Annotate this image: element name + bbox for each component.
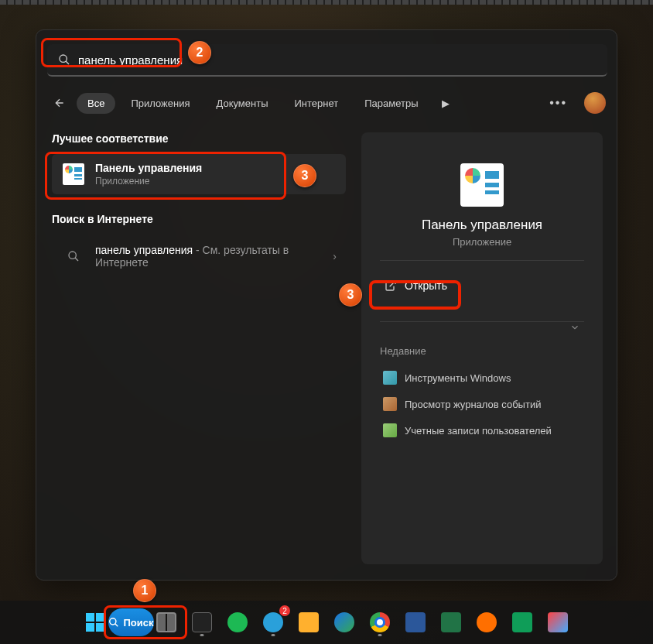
control-panel-icon [61, 162, 86, 187]
tab-settings[interactable]: Параметры [354, 93, 429, 114]
svg-line-1 [66, 61, 69, 64]
detail-title: Панель управления [380, 218, 584, 233]
search-icon [61, 244, 86, 269]
svg-line-6 [115, 624, 118, 627]
web-result-text: панель управления - См. результаты в Инт… [95, 244, 323, 269]
annotation-badge-3a: 3 [293, 164, 316, 187]
tab-apps[interactable]: Приложения [120, 93, 200, 114]
annotation-badge-3b: 3 [339, 283, 362, 307]
svg-point-0 [60, 55, 67, 62]
web-search-result[interactable]: панель управления - См. результаты в Инт… [52, 235, 346, 278]
windows-search-panel: Все Приложения Документы Интернет Параме… [36, 29, 617, 581]
annotation-badge-1: 1 [133, 579, 156, 602]
open-label: Открыть [405, 279, 447, 292]
tab-more-arrow[interactable]: ▶ [434, 93, 457, 114]
browser-app[interactable] [329, 607, 360, 638]
search-icon [58, 53, 70, 66]
tab-all[interactable]: Все [77, 93, 115, 114]
taskbar-search-button[interactable]: Поиск [115, 607, 146, 638]
open-action[interactable]: Открыть [380, 273, 584, 298]
sheets-app[interactable] [507, 607, 538, 638]
recent-item[interactable]: Учетные записи пользователей [380, 417, 584, 444]
back-button[interactable] [47, 91, 72, 115]
recent-item[interactable]: Инструменты Windows [380, 365, 584, 391]
divider [380, 260, 584, 261]
svg-point-2 [69, 252, 76, 259]
filter-tabs: Все Приложения Документы Интернет Параме… [47, 87, 606, 118]
app-icon[interactable] [471, 607, 502, 638]
taskbar: Поиск 2 [0, 601, 653, 644]
svg-point-5 [109, 618, 115, 625]
tools-icon [383, 371, 397, 385]
word-app[interactable] [400, 607, 431, 638]
web-search-heading: Поиск в Интернете [52, 213, 346, 225]
file-explorer-app[interactable] [293, 607, 324, 638]
excel-app[interactable] [436, 607, 467, 638]
chevron-down-icon[interactable] [566, 318, 584, 337]
spotify-app[interactable] [222, 607, 253, 638]
detail-pane: Панель управления Приложение Открыть Нед… [361, 132, 603, 564]
annotation-badge-2: 2 [188, 41, 211, 64]
chrome-app[interactable] [364, 607, 395, 638]
taskbar-search-label: Поиск [124, 617, 154, 629]
recent-heading: Недавние [380, 345, 584, 357]
recent-item[interactable]: Просмотр журналов событий [380, 391, 584, 417]
detail-subtitle: Приложение [380, 236, 584, 248]
tab-documents[interactable]: Документы [205, 93, 279, 114]
photos-app[interactable] [542, 607, 573, 638]
control-panel-icon [460, 163, 504, 207]
open-icon [385, 279, 397, 292]
tab-web[interactable]: Интернет [283, 93, 349, 114]
users-icon [383, 423, 397, 437]
task-view-button[interactable] [151, 607, 182, 638]
event-log-icon [383, 397, 397, 411]
calculator-app[interactable] [186, 607, 217, 638]
user-avatar[interactable] [584, 92, 606, 114]
chevron-right-icon: › [333, 250, 337, 262]
search-box-container [47, 44, 607, 77]
more-options-button[interactable]: ••• [543, 93, 573, 113]
svg-line-3 [75, 258, 78, 261]
best-match-heading: Лучшее соответствие [52, 132, 346, 145]
results-left-column: Лучшее соответствие Панель управления Пр… [52, 132, 346, 278]
start-button[interactable] [80, 607, 111, 638]
telegram-app[interactable]: 2 [258, 607, 289, 638]
svg-line-4 [390, 281, 395, 286]
search-input[interactable] [47, 44, 607, 77]
divider [380, 321, 584, 322]
